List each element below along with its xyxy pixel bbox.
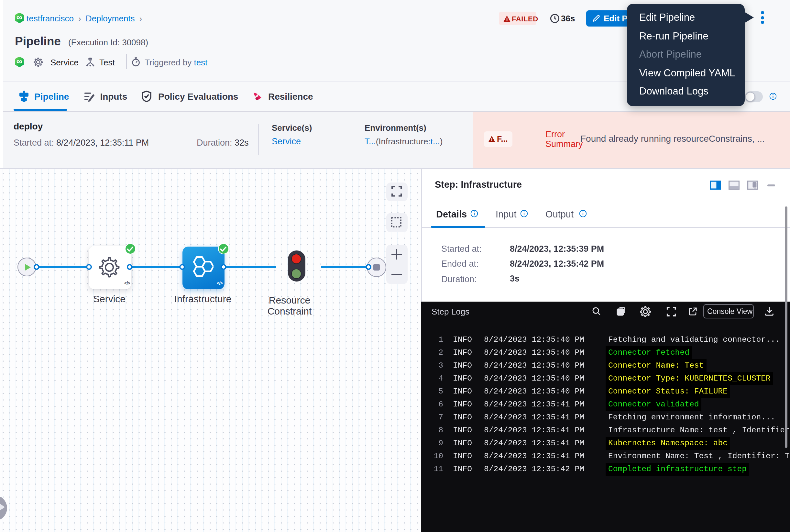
svg-text:∞: ∞ — [17, 57, 22, 66]
svg-text:∞: ∞ — [17, 13, 22, 22]
